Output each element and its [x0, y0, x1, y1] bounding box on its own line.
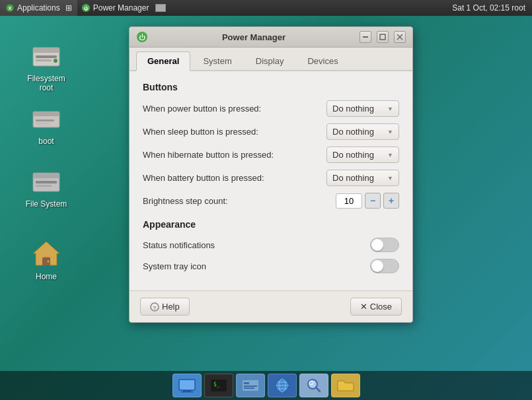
chevron-down-icon: ▼ [387, 106, 393, 112]
appearance-section: Appearance Status notifications System t… [143, 219, 399, 273]
appearance-section-title: Appearance [143, 219, 399, 230]
svg-rect-28 [179, 380, 195, 390]
system-tray-toggle[interactable] [370, 259, 399, 273]
svg-text:?: ? [153, 304, 157, 310]
dialog-titlebar: ⏻ Power Manager [130, 27, 412, 48]
desktop-icon-filesystem[interactable]: Filesystem root [20, 40, 73, 92]
power-button-row: When power button is pressed: Do nothing… [143, 100, 399, 117]
taskbar-browser-button[interactable] [268, 374, 297, 397]
apps-separator: ⊞ [65, 3, 72, 13]
svg-rect-14 [33, 173, 59, 178]
svg-rect-36 [244, 387, 254, 389]
brightness-decrease-button[interactable]: − [365, 193, 381, 209]
monitor-icon [178, 378, 196, 393]
search-icon-taskbar [305, 376, 323, 395]
help-button[interactable]: ? Help [140, 298, 190, 316]
svg-rect-12 [36, 123, 49, 124]
close-button[interactable] [394, 31, 406, 43]
apps-icon: X [5, 3, 15, 13]
svg-rect-23 [380, 34, 385, 40]
svg-text:⏻: ⏻ [83, 6, 88, 11]
taskbar-monitor-button[interactable] [172, 374, 202, 397]
dialog-content: Buttons When power button is pressed: Do… [130, 71, 412, 290]
brightness-input[interactable] [336, 193, 362, 209]
taskbar-top: X Applications ⊞ ⏻ Power Manager Sat 1 O… [0, 0, 532, 16]
apps-label: Applications [17, 3, 60, 13]
status-notifications-row: Status notifications [143, 238, 399, 252]
chevron-down-icon-3: ▼ [387, 152, 393, 158]
filesystem-label: Filesystem [27, 74, 65, 83]
svg-point-8 [54, 59, 57, 63]
brightness-label: Brightness step count: [143, 196, 336, 206]
help-icon: ? [150, 302, 159, 312]
taskbar-search-button[interactable] [299, 374, 328, 397]
power-manager-dialog: ⏻ Power Manager General System Display D… [129, 26, 413, 323]
svg-line-43 [316, 387, 320, 391]
browser-icon [273, 376, 291, 395]
brightness-increase-button[interactable]: + [383, 193, 399, 209]
desktop-icon-home[interactable]: Home [20, 238, 73, 281]
dialog-footer: ? Help ✕ Close [130, 290, 412, 322]
svg-rect-15 [36, 181, 57, 183]
buttons-section-title: Buttons [143, 82, 399, 92]
home-icon [30, 238, 62, 269]
tab-system[interactable]: System [192, 51, 243, 70]
battery-button-row: When battery button is pressed: Do nothi… [143, 170, 399, 186]
svg-rect-10 [33, 112, 59, 116]
taskbar-files-button[interactable] [331, 374, 360, 397]
terminal-icon: $_ [209, 378, 228, 393]
filesystem-sublabel: root [40, 83, 54, 92]
power-icon-taskbar: ⏻ [81, 3, 91, 13]
brightness-row: Brightness step count: − + [143, 193, 399, 209]
svg-text:X: X [8, 5, 12, 11]
svg-rect-11 [36, 119, 54, 121]
files-icon [336, 378, 355, 393]
svg-rect-5 [33, 48, 59, 53]
hibernate-button-dropdown[interactable]: Do nothing ▼ [326, 147, 399, 163]
apps-menu[interactable]: X Applications ⊞ [0, 0, 77, 16]
taskbar-terminal-button[interactable]: $_ [204, 374, 233, 397]
taskbar-bottom: $_ [0, 371, 532, 400]
filesystem-icon [30, 40, 62, 71]
chevron-down-icon-2: ▼ [387, 129, 393, 135]
system-tray-label: System tray icon [143, 261, 370, 271]
tab-display[interactable]: Display [245, 51, 295, 70]
svg-rect-30 [181, 391, 193, 393]
maximize-button[interactable] [377, 31, 389, 43]
svg-point-19 [48, 261, 50, 263]
tab-general[interactable]: General [136, 51, 190, 71]
desktop-icon-filesystem2[interactable]: File System [20, 165, 73, 209]
svg-rect-16 [36, 185, 52, 187]
svg-rect-34 [244, 382, 249, 384]
filesystem2-label: File System [26, 199, 67, 209]
desktop-icon-boot[interactable]: boot [20, 102, 73, 146]
sleep-button-dropdown[interactable]: Do nothing ▼ [326, 123, 399, 140]
power-button-dropdown[interactable]: Do nothing ▼ [326, 100, 399, 117]
home-label: Home [36, 272, 57, 281]
dialog-icon: ⏻ [136, 31, 148, 43]
status-notifications-toggle[interactable] [370, 238, 399, 252]
filesystem2-icon [30, 165, 62, 197]
boot-icon [30, 102, 62, 134]
taskbar-menu-button[interactable] [236, 374, 265, 397]
svg-rect-7 [36, 59, 52, 61]
battery-button-label: When battery button is pressed: [143, 173, 326, 183]
hibernate-button-label: When hibernate button is pressed: [143, 150, 326, 160]
svg-text:⏻: ⏻ [139, 34, 145, 41]
chevron-down-icon-4: ▼ [387, 175, 393, 182]
dialog-title: Power Manager [153, 32, 354, 42]
clock: Sat 1 Oct, 02:15 root [445, 3, 532, 13]
close-dialog-button[interactable]: ✕ Close [350, 298, 402, 316]
dialog-tabs: General System Display Devices [130, 48, 412, 71]
hibernate-button-row: When hibernate button is pressed: Do not… [143, 147, 399, 163]
boot-label: boot [38, 137, 54, 146]
toggle-knob-2 [371, 260, 383, 272]
battery-button-dropdown[interactable]: Do nothing ▼ [326, 170, 399, 186]
window-title-taskbar: Power Manager [93, 3, 149, 13]
minimize-button[interactable] [360, 31, 371, 43]
window-icon-taskbar [155, 4, 166, 12]
tab-devices[interactable]: Devices [296, 51, 349, 70]
svg-text:$_: $_ [213, 382, 220, 387]
sleep-button-row: When sleep button is pressed: Do nothing… [143, 123, 399, 140]
menu-icon [241, 378, 260, 393]
